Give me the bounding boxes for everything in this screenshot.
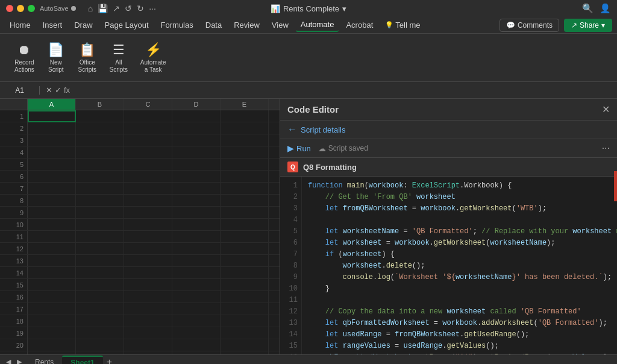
spreadsheet-cell[interactable] [28,110,76,122]
spreadsheet-cell[interactable] [28,339,76,351]
confirm-icon[interactable]: ✓ [55,86,61,95]
automate-task-button[interactable]: ⚡ Automate a Task [136,40,171,76]
spreadsheet-cell[interactable] [172,315,221,327]
spreadsheet-cell[interactable] [124,195,172,207]
spreadsheet-cell[interactable] [28,267,76,279]
spreadsheet-cell[interactable] [28,279,76,291]
spreadsheet-cell[interactable] [269,158,280,171]
spreadsheet-cell[interactable] [172,303,221,315]
spreadsheet-cell[interactable] [76,134,124,146]
spreadsheet-cell[interactable] [76,195,124,207]
spreadsheet-cell[interactable] [269,327,280,339]
spreadsheet-cell[interactable] [76,267,124,279]
spreadsheet-cell[interactable] [28,315,76,327]
spreadsheet-cell[interactable] [76,122,124,134]
spreadsheet-cell[interactable] [221,255,269,267]
tab-prev-arrow[interactable]: ◀ [4,357,13,364]
spreadsheet-cell[interactable] [221,183,269,195]
account-icon[interactable]: 👤 [600,3,611,14]
spreadsheet-cell[interactable] [76,315,124,327]
spreadsheet-cell[interactable] [124,315,172,327]
spreadsheet-cell[interactable] [124,267,172,279]
new-script-button[interactable]: 📄 New Script [42,40,70,76]
spreadsheet-cell[interactable] [28,195,76,207]
spreadsheet-cell[interactable] [28,158,76,171]
share-button[interactable]: ↗ Share ▾ [564,19,612,32]
spreadsheet-cell[interactable] [269,207,280,219]
spreadsheet-cell[interactable] [172,122,221,134]
menu-review[interactable]: Review [229,19,265,31]
menu-formulas[interactable]: Formulas [156,19,198,31]
spreadsheet-cell[interactable] [76,327,124,339]
spreadsheet-cell[interactable] [76,303,124,315]
spreadsheet-cell[interactable] [76,351,124,354]
more-icon[interactable]: ··· [149,4,156,13]
spreadsheet-cell[interactable] [221,339,269,351]
minimize-traffic-light[interactable] [17,5,24,12]
spreadsheet-cell[interactable] [269,291,280,303]
spreadsheet-cell[interactable] [76,231,124,243]
record-actions-button[interactable]: ⏺ Record Actions [10,40,39,76]
spreadsheet-cell[interactable] [28,207,76,219]
menu-data[interactable]: Data [201,19,227,31]
spreadsheet-cell[interactable] [124,291,172,303]
spreadsheet-cell[interactable] [28,303,76,315]
col-header-b[interactable]: B [76,99,124,110]
menu-acrobat[interactable]: Acrobat [341,19,378,31]
spreadsheet-cell[interactable] [221,122,269,134]
script-details-link[interactable]: Script details [301,125,345,134]
spreadsheet-cell[interactable] [28,219,76,231]
spreadsheet-cell[interactable] [124,339,172,351]
spreadsheet-cell[interactable] [76,183,124,195]
spreadsheet-cell[interactable] [28,134,76,146]
spreadsheet-cell[interactable] [124,122,172,134]
maximize-traffic-light[interactable] [28,5,35,12]
spreadsheet-cell[interactable] [269,267,280,279]
spreadsheet-cell[interactable] [172,207,221,219]
editor-close-button[interactable]: ✕ [602,104,610,115]
spreadsheet-cell[interactable] [172,279,221,291]
spreadsheet-cell[interactable] [124,183,172,195]
spreadsheet-cell[interactable] [269,303,280,315]
spreadsheet-cell[interactable] [172,195,221,207]
spreadsheet-cell[interactable] [124,351,172,354]
spreadsheet-cell[interactable] [172,183,221,195]
spreadsheet-cell[interactable] [172,231,221,243]
spreadsheet-cell[interactable] [172,339,221,351]
col-header-f[interactable]: F [269,99,280,110]
menu-view[interactable]: View [267,19,293,31]
tab-next-arrow[interactable]: ▶ [14,357,24,364]
spreadsheet-cell[interactable] [76,207,124,219]
title-chevron[interactable]: ▾ [342,4,346,13]
spreadsheet-cell[interactable] [269,243,280,255]
sheet-tab-rents[interactable]: Rents [27,356,62,365]
back-arrow-icon[interactable]: ← [287,124,297,135]
save-icon[interactable]: 💾 [98,4,108,13]
spreadsheet-cell[interactable] [221,146,269,158]
spreadsheet-cell[interactable] [172,327,221,339]
spreadsheet-cell[interactable] [269,231,280,243]
spreadsheet-cell[interactable] [172,267,221,279]
redo-icon[interactable]: ↻ [137,4,144,13]
spreadsheet-cell[interactable] [269,171,280,183]
spreadsheet-cell[interactable] [221,351,269,354]
spreadsheet-cell[interactable] [269,255,280,267]
spreadsheet-cell[interactable] [124,146,172,158]
spreadsheet-cell[interactable] [76,219,124,231]
spreadsheet-cell[interactable] [221,158,269,171]
spreadsheet-cell[interactable] [269,122,280,134]
all-scripts-button[interactable]: ☰ All Scripts [104,40,133,76]
spreadsheet-cell[interactable] [172,255,221,267]
spreadsheet-cell[interactable] [76,339,124,351]
spreadsheet-cell[interactable] [221,219,269,231]
spreadsheet-cell[interactable] [172,146,221,158]
spreadsheet-cell[interactable] [221,243,269,255]
spreadsheet-cell[interactable] [28,243,76,255]
spreadsheet-cell[interactable] [28,255,76,267]
cancel-icon[interactable]: ✕ [46,86,52,95]
spreadsheet-cell[interactable] [221,267,269,279]
spreadsheet-cell[interactable] [269,279,280,291]
toolbar-more-button[interactable]: ··· [602,143,610,154]
home-icon[interactable]: ⌂ [88,4,93,13]
spreadsheet-cell[interactable] [221,279,269,291]
